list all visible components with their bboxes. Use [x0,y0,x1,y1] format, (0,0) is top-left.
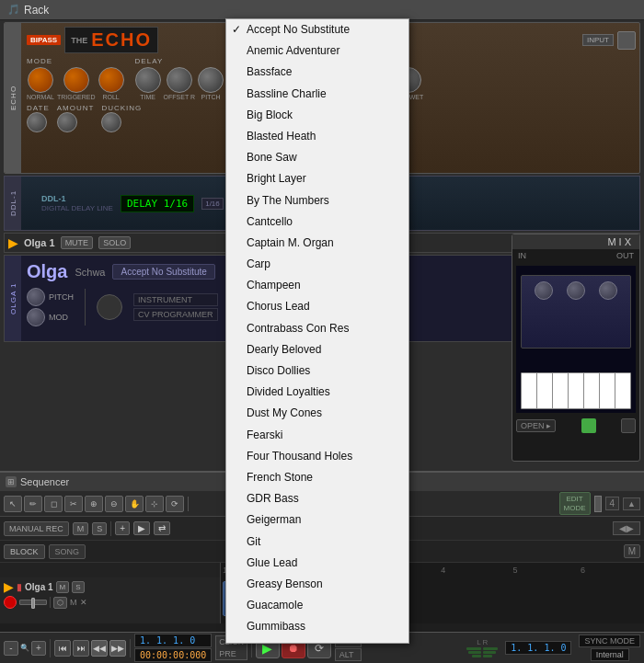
dropdown-item[interactable]: By The Numbers [226,190,408,211]
echo-time-knob[interactable] [135,67,161,93]
seq-eraser-tool[interactable]: ◻ [44,496,63,512]
next-btn[interactable]: ⏭ [73,640,89,657]
echo-roll-knob-group: ROLL [98,67,124,100]
dropdown-item[interactable]: Bright Layer [226,168,408,189]
dropdown-item[interactable]: Cantcello [226,211,408,233]
olga-mute-btn[interactable]: MUTE [61,236,94,249]
forward-btn[interactable]: ▶▶ [109,640,126,657]
olga-center-knob[interactable] [97,294,122,320]
echo-roll-knob[interactable] [98,67,124,93]
dropdown-item[interactable]: Carp [226,254,408,275]
seq-loop-tool[interactable]: ⟳ [166,496,184,512]
olga-bottom-controls [97,294,122,320]
dropdown-item[interactable]: Bone Saw [226,147,408,168]
track-mute-btn[interactable]: M [56,581,70,593]
dropdown-item[interactable]: Dearly Beloved [226,339,408,360]
olga-pitch-knob[interactable] [27,288,45,306]
dropdown-item[interactable]: Greasy Benson [226,574,408,595]
m3-btn[interactable]: M [624,544,640,558]
seq-zoom-out-tool[interactable]: ⊖ [105,496,123,512]
seq-add-btn[interactable]: + [115,521,130,535]
track-header: ▶ ▮ Olga 1 M S ⬡ M ✕ [0,577,221,623]
dropdown-item[interactable]: Four Thousand Holes [226,446,408,467]
echo-normal-knob[interactable] [28,67,53,93]
title-bar: 🎵 Rack [0,0,644,20]
alt-btn[interactable]: ALT [335,648,362,661]
dropdown-item[interactable]: Divided Loyalties [226,382,408,403]
dropdown-item[interactable]: GDR Bass [226,488,408,509]
mix-right-knob[interactable] [621,418,636,433]
sequencer-title: Sequencer [20,476,69,487]
dropdown-item[interactable]: Git [226,532,408,553]
seq-hand-tool[interactable]: ✋ [125,496,144,512]
song-btn[interactable]: SONG [49,544,86,559]
olga-title: Olga [27,261,67,282]
toolbar-divider-1 [188,497,189,511]
seq-shuffle-btn[interactable]: ⇄ [154,521,170,535]
dropdown-item[interactable]: Contrabass Con Res [226,318,408,339]
zoom-out-btn[interactable]: - [4,641,18,656]
s-btn[interactable]: S [92,522,107,535]
dropdown-item[interactable]: Glue Lead [226,553,408,574]
olga-cv-label: CV PROGRAMMER [133,308,218,321]
olga-pitch-mod: PITCH MOD [27,288,74,326]
rack-icon: 🎵 [7,4,20,16]
block-btn[interactable]: BLOCK [4,544,45,559]
seq-zoom-in-tool[interactable]: ⊕ [85,496,103,512]
dropdown-item[interactable]: Captain M. Organ [226,233,408,254]
seq-pencil-tool[interactable]: ✏ [24,496,42,512]
olga-mod-knob[interactable] [27,308,45,326]
track-solo-btn[interactable]: S [72,581,84,593]
seq-wand-tool[interactable]: ⊹ [145,496,164,512]
seq-arrow-btn[interactable]: ▶ [133,521,150,535]
track-vol-fader[interactable] [19,600,47,605]
dropdown-item[interactable]: Guacamole [226,595,408,616]
echo-pitch-knob-group: PITCH [198,67,224,100]
track-rec-btn[interactable] [4,596,17,609]
dropdown-item[interactable]: Champeen [226,275,408,296]
track-olga-icon: ▮ [17,582,22,592]
olga-instrument-label: INSTRUMENT [133,293,218,306]
dropdown-item[interactable]: Fearski [226,425,408,446]
zoom-in-btn[interactable]: + [31,641,46,656]
edit-mode-btn[interactable]: EDITMODE [559,492,591,515]
dropdown-item[interactable]: Inverted World Order [226,637,408,644]
ddl-1-16-btn[interactable]: 1/16 [201,198,224,210]
mix-open-btn[interactable]: OPEN ▸ [516,419,556,432]
echo-offset-knob[interactable] [167,67,192,93]
dropdown-item[interactable]: French Stone [226,467,408,488]
dropdown-item[interactable]: Accept No Substitute [226,19,408,40]
track-expand-arrow[interactable]: ▶ [4,579,14,594]
olga-expand-arrow[interactable]: ▶ [8,235,18,250]
echo-date-knob[interactable] [27,112,47,132]
seq-scroll-handle[interactable] [594,496,602,512]
dropdown-item[interactable]: Bassline Charlie [226,84,408,105]
m-btn[interactable]: M [73,522,89,535]
seq-scissors-tool[interactable]: ✂ [64,496,83,512]
manual-rec-btn[interactable]: MANUAL REC [4,521,69,536]
echo-ducking-knob[interactable] [101,112,121,132]
seq-right-scroll[interactable]: ◀▶ [613,521,640,535]
rewind-btn[interactable]: ◀◀ [91,640,108,657]
seq-timesig-up[interactable]: ▲ [623,497,640,510]
dropdown-item[interactable]: Geigerman [226,509,408,531]
echo-triggered-knob[interactable] [63,67,89,93]
seq-select-tool[interactable]: ↖ [4,496,22,512]
track-pan-btn[interactable]: ⬡ [53,597,67,609]
dropdown-item[interactable]: Blasted Heath [226,126,408,147]
transport-position: 1. 1. 1. 0 [134,634,212,647]
prev-btn[interactable]: ⏮ [54,640,71,657]
echo-input-knob[interactable] [617,31,636,50]
dropdown-item[interactable]: Anemic Adventurer [226,40,408,62]
echo-amount-knob[interactable] [57,112,77,132]
echo-pitch-knob[interactable] [198,67,224,93]
dropdown-item[interactable]: Dust My Cones [226,403,408,424]
sync-mode-value[interactable]: Internal [591,648,629,661]
dropdown-item[interactable]: Chorus Lead [226,296,408,317]
olga-preset-name[interactable]: Accept No Substitute [112,264,214,280]
dropdown-item[interactable]: Gummibass [226,616,408,637]
dropdown-item[interactable]: Big Block [226,105,408,126]
dropdown-item[interactable]: Disco Dollies [226,360,408,382]
olga-solo-btn[interactable]: SOLO [98,236,131,249]
dropdown-item[interactable]: Bassface [226,62,408,83]
